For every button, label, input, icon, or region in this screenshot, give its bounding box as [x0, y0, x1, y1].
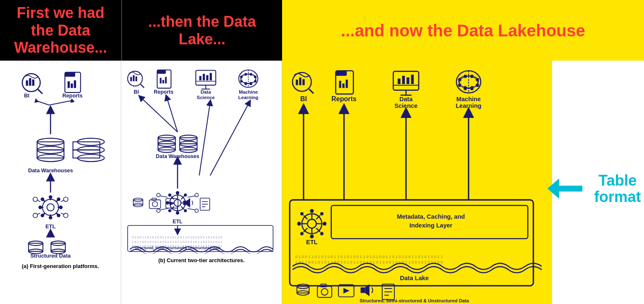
svg-marker-163 — [170, 201, 174, 205]
svg-point-144 — [157, 193, 160, 197]
svg-text:Machine: Machine — [456, 96, 481, 102]
svg-rect-243 — [297, 286, 309, 293]
svg-point-246 — [321, 289, 328, 295]
svg-rect-71 — [157, 70, 166, 74]
svg-text:1 0 1 1 0 0 1 0 1 0 1 1 0 0 1 : 1 0 1 1 0 0 1 0 1 0 1 1 0 0 1 0 1 0 1 1 … — [132, 240, 222, 244]
svg-point-42 — [59, 206, 63, 209]
table-format-area: Table format — [552, 61, 644, 304]
svg-point-41 — [38, 206, 42, 209]
svg-point-160 — [153, 202, 158, 207]
svg-line-145 — [160, 196, 168, 197]
svg-rect-81 — [210, 73, 212, 81]
svg-rect-172 — [299, 77, 301, 85]
svg-text:BI: BI — [134, 89, 139, 95]
svg-text:Reports: Reports — [331, 95, 356, 102]
section-c-diagram: BI Reports — [284, 67, 550, 304]
svg-rect-9 — [71, 84, 73, 88]
svg-point-40 — [49, 216, 53, 220]
svg-text:Data Lake: Data Lake — [188, 253, 211, 254]
section-a-diagram: BI Reports — [2, 67, 119, 260]
svg-text:ETL: ETL — [173, 219, 183, 225]
svg-rect-1 — [26, 80, 28, 86]
svg-point-131 — [168, 209, 171, 212]
svg-text:Structured Data: Structured Data — [31, 253, 71, 259]
svg-text:Data Lake: Data Lake — [400, 275, 429, 281]
svg-point-229 — [300, 232, 303, 235]
svg-point-146 — [157, 209, 160, 212]
svg-text:Structured, Semi-structured & : Structured, Semi-structured & Unstructur… — [359, 298, 469, 303]
svg-point-224 — [297, 222, 301, 225]
svg-text:Machine: Machine — [239, 89, 258, 95]
svg-point-123 — [174, 199, 181, 207]
header-mid: ...then the Data Lake... — [121, 0, 282, 61]
svg-rect-80 — [206, 75, 208, 80]
svg-rect-177 — [336, 71, 347, 76]
svg-marker-256 — [547, 179, 583, 199]
svg-point-226 — [300, 212, 303, 215]
svg-text:Data Warehouses: Data Warehouses — [28, 167, 73, 174]
svg-rect-79 — [203, 74, 205, 81]
svg-point-124 — [176, 191, 179, 194]
svg-text:Science: Science — [395, 102, 417, 109]
svg-point-30 — [47, 204, 54, 211]
svg-marker-249 — [344, 288, 350, 294]
svg-line-4 — [38, 89, 43, 94]
svg-rect-111 — [158, 138, 176, 144]
table-format-label: Table format — [587, 172, 644, 205]
svg-line-147 — [160, 209, 168, 210]
svg-rect-171 — [296, 79, 298, 85]
svg-rect-25 — [73, 150, 100, 158]
svg-point-43 — [41, 197, 44, 201]
svg-rect-157 — [133, 200, 143, 205]
header-mid-title: ...then the Data Lake... — [126, 13, 278, 48]
svg-line-52 — [37, 200, 41, 202]
svg-rect-180 — [346, 79, 348, 88]
svg-rect-179 — [342, 84, 344, 88]
svg-rect-164 — [183, 201, 186, 205]
svg-text:Learning: Learning — [238, 95, 258, 100]
svg-rect-3 — [32, 79, 34, 86]
svg-rect-7 — [65, 72, 75, 77]
section-a: BI Reports — [0, 61, 121, 304]
svg-rect-23 — [73, 142, 100, 150]
svg-point-225 — [323, 222, 326, 225]
svg-point-142 — [195, 209, 198, 212]
section-b-diagram: BI Reports — [123, 67, 280, 254]
section-c: BI Reports — [282, 61, 552, 304]
svg-rect-250 — [361, 287, 365, 293]
svg-point-221 — [308, 219, 316, 228]
svg-rect-182 — [393, 72, 419, 90]
svg-text:Data: Data — [201, 89, 211, 95]
svg-rect-245 — [318, 286, 332, 298]
svg-rect-187 — [411, 75, 414, 84]
svg-rect-10 — [74, 80, 76, 88]
svg-rect-76 — [196, 70, 216, 85]
svg-rect-173 — [303, 79, 305, 85]
table-format-arrow-icon — [547, 172, 583, 205]
svg-point-228 — [320, 212, 323, 215]
svg-point-46 — [41, 214, 44, 217]
svg-rect-185 — [402, 76, 405, 84]
svg-rect-72 — [160, 78, 161, 84]
svg-point-49 — [64, 213, 68, 218]
svg-text:Learning: Learning — [456, 102, 481, 109]
svg-text:BI: BI — [300, 95, 307, 102]
svg-rect-8 — [68, 81, 70, 88]
header-left-title: First we had the Data Warehouse... — [4, 4, 117, 56]
svg-line-109 — [210, 102, 249, 176]
svg-text:Indexing Layer: Indexing Layer — [410, 222, 453, 229]
svg-rect-186 — [407, 77, 410, 84]
svg-line-14 — [49, 100, 72, 105]
svg-point-29 — [43, 199, 59, 216]
svg-point-47 — [64, 197, 68, 202]
svg-line-108 — [199, 102, 210, 176]
svg-rect-184 — [398, 79, 401, 84]
header-right: ...and now the Data Lakehouse — [282, 0, 644, 61]
svg-line-174 — [309, 89, 314, 94]
section-a-label: (a) First-generation platforms. — [22, 263, 99, 269]
svg-text:Science: Science — [197, 95, 215, 100]
svg-point-140 — [195, 193, 198, 197]
svg-text:0 1 0 0 1 1 0 1 0 1 0 0 1 1 0 : 0 1 0 0 1 1 0 1 0 1 0 0 1 1 0 1 0 1 0 0 … — [132, 235, 222, 239]
svg-text:Structured, Semi-structured & : Structured, Semi-structured & Unstructur… — [135, 246, 221, 250]
svg-rect-78 — [199, 76, 201, 80]
